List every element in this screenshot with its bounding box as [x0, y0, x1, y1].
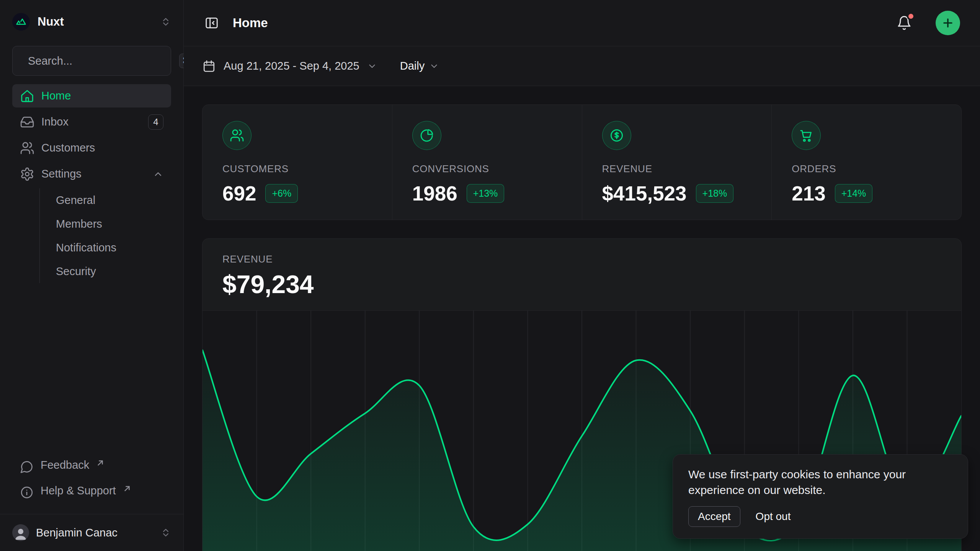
chevron-updown-icon [160, 527, 171, 538]
cookie-message: We use first-party cookies to enhance yo… [688, 467, 952, 498]
sidebar-item-label: Settings [41, 168, 82, 180]
stat-delta-badge: +18% [696, 184, 734, 203]
users-icon [230, 128, 244, 143]
granularity-value: Daily [400, 60, 425, 72]
sidebar-item-security[interactable]: Security [53, 259, 171, 283]
sidebar-item-label: Home [41, 90, 71, 102]
workspace-name: Nuxt [38, 15, 153, 29]
notification-dot [907, 12, 915, 20]
cookie-banner: We use first-party cookies to enhance yo… [673, 454, 968, 539]
sidebar-item-members[interactable]: Members [53, 212, 171, 236]
collapse-sidebar-button[interactable] [202, 13, 221, 33]
stat-label: CUSTOMERS [222, 163, 372, 175]
chevron-up-icon [153, 169, 163, 179]
workspace-switcher[interactable]: Nuxt [0, 0, 183, 41]
sidebar-item-general[interactable]: General [53, 188, 171, 212]
user-menu[interactable]: Benjamin Canac [0, 514, 183, 551]
home-icon [20, 89, 34, 103]
chevron-down-icon [429, 61, 439, 71]
stat-label: CONVERSIONS [412, 163, 562, 175]
date-range-value: Aug 21, 2025 - Sep 4, 2025 [224, 60, 359, 72]
sidebar-item-settings[interactable]: Settings [12, 162, 171, 186]
user-name: Benjamin Canac [36, 527, 154, 539]
stats-card: CUSTOMERS 692 +6% CONVERSIONS 1986 +13% [202, 104, 962, 220]
revenue-chart-label: REVENUE [222, 253, 941, 265]
stat-customers: CUSTOMERS 692 +6% [203, 105, 392, 220]
stat-orders: ORDERS 213 +14% [771, 105, 961, 220]
sidebar-item-notifications[interactable]: Notifications [53, 236, 171, 259]
sidebar-item-home[interactable]: Home [12, 84, 171, 108]
sidebar-item-inbox[interactable]: Inbox 4 [12, 110, 171, 134]
stat-value: 1986 [412, 182, 457, 205]
page-header: Home [184, 0, 980, 46]
stat-value: $415,523 [602, 182, 687, 205]
search-input[interactable] [28, 55, 172, 67]
nuxt-logo-icon [12, 13, 30, 31]
plus-icon [941, 16, 954, 29]
feedback-label: Feedback [41, 459, 89, 471]
calendar-icon [202, 59, 216, 73]
inbox-icon [20, 115, 34, 129]
stat-delta-badge: +6% [265, 184, 298, 203]
help-support-link[interactable]: Help & Support [12, 479, 171, 505]
chevron-down-icon [367, 61, 377, 71]
sidebar-footer: Feedback Help & Support [0, 453, 183, 509]
stat-delta-badge: +13% [467, 184, 505, 203]
stat-value: 213 [792, 182, 825, 205]
stat-label: REVENUE [602, 163, 752, 175]
page-title: Home [233, 16, 883, 30]
panel-collapse-icon [204, 16, 219, 30]
sidebar-item-label: Inbox [41, 116, 69, 128]
chat-bubble-icon [20, 460, 34, 474]
granularity-select[interactable]: Daily [400, 60, 439, 72]
search-box[interactable]: ⌘ K [12, 46, 171, 76]
date-range-picker[interactable]: Aug 21, 2025 - Sep 4, 2025 [202, 59, 377, 73]
filters-toolbar: Aug 21, 2025 - Sep 4, 2025 Daily [184, 46, 980, 86]
sidebar: Nuxt ⌘ K Home Inbox 4 [0, 0, 184, 551]
add-button[interactable] [936, 11, 960, 35]
cookie-accept-button[interactable]: Accept [688, 506, 740, 527]
pie-chart-icon [420, 128, 434, 143]
users-icon [20, 141, 34, 155]
cookie-optout-button[interactable]: Opt out [756, 510, 791, 523]
external-link-icon [124, 482, 131, 495]
stat-label: ORDERS [792, 163, 941, 175]
avatar [12, 524, 29, 541]
gear-icon [20, 167, 34, 181]
dollar-circle-icon [609, 128, 624, 143]
help-support-label: Help & Support [41, 484, 116, 497]
sidebar-item-customers[interactable]: Customers [12, 136, 171, 160]
info-circle-icon [20, 486, 34, 499]
revenue-chart-value: $79,234 [222, 270, 941, 299]
chevron-updown-icon [160, 16, 171, 27]
inbox-count-badge: 4 [148, 114, 163, 130]
stat-value: 692 [222, 182, 256, 205]
settings-sub-list: General Members Notifications Security [39, 188, 171, 283]
search-row: ⌘ K [0, 41, 183, 84]
feedback-link[interactable]: Feedback [12, 453, 171, 479]
stat-delta-badge: +14% [835, 184, 873, 203]
stat-conversions: CONVERSIONS 1986 +13% [392, 105, 582, 220]
stat-revenue: REVENUE $415,523 +18% [582, 105, 772, 220]
cart-icon [799, 128, 813, 143]
sidebar-nav: Home Inbox 4 Customers Settings [0, 84, 183, 285]
external-link-icon [97, 456, 104, 469]
sidebar-item-label: Customers [41, 142, 95, 154]
